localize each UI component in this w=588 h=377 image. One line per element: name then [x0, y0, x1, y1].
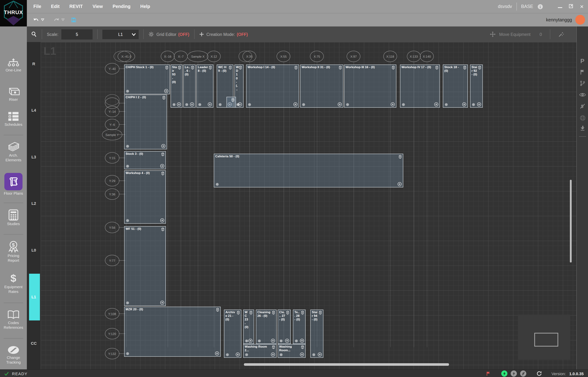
cube-icon[interactable]: [286, 311, 290, 315]
room-ch-ph-i-2-0[interactable]: CH/PH I 2 - (0): [124, 94, 167, 149]
room-workshop-iv-17-0[interactable]: Workshop IV 17 - (0): [400, 65, 440, 108]
grid-bubble-x-41-0[interactable]: X:-41.0: [118, 51, 135, 62]
sidebar-item-codes-references[interactable]: Codes References: [0, 310, 27, 330]
sidebar-item-arch-elements[interactable]: Arch. Elements: [0, 141, 27, 163]
sidebar-item-pricing-report[interactable]: $Pricing Report: [0, 240, 27, 263]
level-label-l4[interactable]: L4: [27, 108, 41, 112]
grid-bubble-y-29[interactable]: Y:29: [105, 175, 119, 186]
grid-bubble-y-36[interactable]: Y:36: [105, 188, 119, 200]
pluscircle-icon[interactable]: [300, 339, 304, 343]
pluscircle-icon[interactable]: [160, 301, 164, 305]
cube-icon[interactable]: [161, 171, 165, 176]
restore-button[interactable]: [568, 4, 574, 9]
room-stair-92-0[interactable]: Stair 92 - (0): [470, 65, 483, 108]
grid-bubble-sample-x[interactable]: Sample X: [187, 51, 208, 62]
floor-plan-canvas[interactable]: L1 RL4L3L2L0L1CCX:-41.0X:-16X:-7Sample X…: [27, 42, 576, 369]
gear-icon[interactable]: [346, 103, 349, 106]
gear-icon[interactable]: [302, 103, 305, 106]
refresh-icon[interactable]: [537, 371, 542, 376]
gear-icon[interactable]: [245, 339, 248, 342]
grid-bubble-x-7[interactable]: X:-7: [174, 51, 188, 62]
pluscircle-icon[interactable]: [208, 102, 212, 106]
gear-icon[interactable]: [402, 103, 405, 106]
cube-icon[interactable]: [161, 227, 165, 232]
room-workshop-4-0[interactable]: Workshop 4 - (0): [124, 170, 166, 224]
grid-bubble-y-15[interactable]: Y:15: [105, 152, 119, 164]
cube-icon[interactable]: [338, 66, 342, 70]
grid-bubble-y-77[interactable]: Y:77: [105, 255, 119, 266]
cube-icon[interactable]: [398, 155, 402, 160]
gear-icon[interactable]: [126, 352, 129, 355]
room-workshop-i-14-0[interactable]: Workshop I 14 - (0): [246, 65, 299, 108]
menu-help[interactable]: Help: [140, 4, 150, 9]
gear-icon[interactable]: [472, 103, 475, 106]
room-stock-3-0[interactable]: Stock 3 - (0): [124, 151, 166, 169]
save-icon[interactable]: [71, 17, 76, 22]
pluscircle-icon[interactable]: [160, 218, 164, 223]
sidebar-item-schedules[interactable]: Schedules: [0, 111, 27, 127]
grid-bubble-x-12[interactable]: X:12: [207, 51, 221, 62]
cube-icon[interactable]: [238, 66, 242, 70]
cube-icon[interactable]: [249, 311, 253, 315]
grid-bubble-x-97[interactable]: X:97: [347, 51, 360, 62]
minimap-viewport[interactable]: [534, 333, 558, 347]
room-box[interactable]: [226, 97, 236, 108]
sidebar-item-equipment-rates[interactable]: $Equipment Rates: [0, 273, 27, 294]
pluscircle-icon[interactable]: [190, 102, 194, 106]
pluscircle-icon[interactable]: [390, 102, 395, 106]
menu-edit[interactable]: Edit: [51, 4, 60, 9]
pluscircle-icon[interactable]: [160, 164, 164, 168]
pluscircle-icon[interactable]: [293, 102, 298, 106]
move-equipment-button[interactable]: Move Equipment: [499, 32, 531, 36]
sidebar-item-studies[interactable]: Studies: [0, 209, 27, 226]
pluscircle-icon[interactable]: [271, 352, 275, 357]
cube-icon[interactable]: [161, 152, 165, 157]
menu-file[interactable]: File: [33, 4, 41, 9]
gear-icon[interactable]: [226, 353, 229, 356]
cube-icon[interactable]: [300, 311, 304, 315]
sidebar-item-one-line[interactable]: One-Line: [0, 57, 27, 73]
level-dropdown[interactable]: L1: [102, 30, 139, 39]
cube-icon[interactable]: [391, 66, 395, 70]
pluscircle-icon[interactable]: [462, 102, 466, 106]
power-on-icon[interactable]: [501, 370, 508, 377]
grid-bubble-sample-y[interactable]: Sample Y: [102, 129, 122, 140]
grid-bubble-x-35[interactable]: X:35: [242, 51, 256, 62]
pluscircle-icon[interactable]: [338, 102, 342, 106]
scale-input[interactable]: [61, 29, 93, 39]
pluscircle-icon[interactable]: [398, 182, 402, 186]
room-archive-21-0[interactable]: Archive 21 - (0): [224, 310, 241, 358]
menu-revit[interactable]: REVIT: [69, 4, 83, 9]
cube-icon[interactable]: [272, 345, 275, 350]
room-cafeteria-50-0[interactable]: Cafeteria 50 - (0): [214, 154, 403, 188]
grid-bubble-x-55[interactable]: X:55: [276, 51, 290, 62]
room-cleaning-26-0[interactable]: Cleaning 26 - (0): [256, 310, 276, 344]
room-cle-27-0[interactable]: Cle... 27 - (0): [278, 310, 291, 344]
right-tool-panels[interactable]: P: [577, 58, 588, 64]
level-label-cc[interactable]: CC: [27, 341, 41, 345]
pluscircle-icon[interactable]: [238, 102, 242, 106]
horizontal-scrollbar[interactable]: [244, 363, 449, 366]
pluscircle-icon[interactable]: [271, 339, 275, 343]
grid-bubble-x-133[interactable]: X:133: [407, 51, 421, 62]
room-mzr-20-0[interactable]: MZR 20 - (0): [124, 307, 221, 357]
room-leader-8-0[interactable]: Leader 8 - (0): [196, 65, 213, 108]
pluscircle-icon[interactable]: [248, 339, 253, 343]
sidebar-item-change-tracking[interactable]: Change Tracking: [0, 345, 27, 365]
grid-bubble-y-6[interactable]: Y:-6: [105, 119, 119, 130]
grid-editor-button[interactable]: Grid Editor: [156, 32, 176, 36]
cube-icon[interactable]: [435, 66, 439, 70]
gear-icon[interactable]: [198, 103, 201, 106]
gear-icon[interactable]: [279, 339, 283, 342]
level-label-l0[interactable]: L0: [27, 248, 41, 252]
right-tool-globe-grid[interactable]: [577, 115, 588, 121]
sidebar-item-floor-plans[interactable]: Floor Plans: [0, 173, 27, 196]
gear-icon[interactable]: [126, 145, 129, 148]
close-button[interactable]: ✕: [578, 4, 585, 9]
right-tool-branches[interactable]: [577, 81, 588, 86]
grid-bubble-y-132[interactable]: Y:132: [105, 348, 119, 359]
redo-menu-button[interactable]: [61, 19, 65, 21]
right-tool-flags[interactable]: [577, 69, 588, 75]
undo-button[interactable]: [33, 18, 39, 22]
power-idle-icon[interactable]: [511, 370, 517, 377]
